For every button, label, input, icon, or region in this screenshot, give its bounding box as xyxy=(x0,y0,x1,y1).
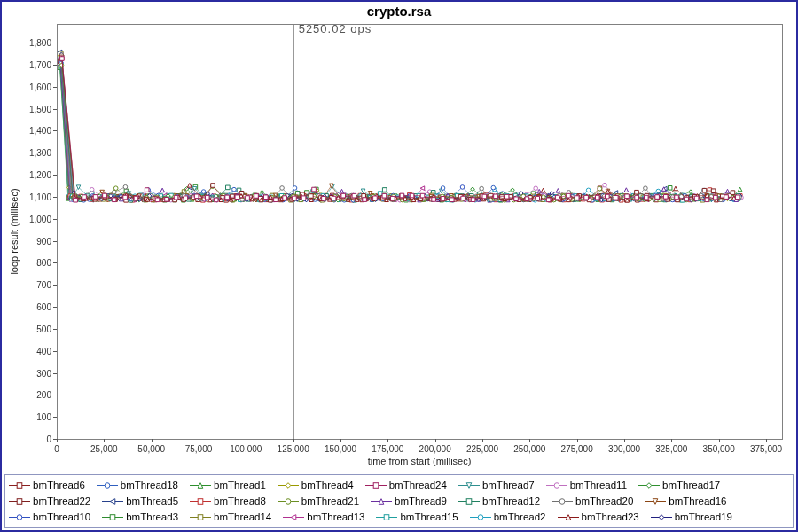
series-marker-icon xyxy=(9,481,30,490)
legend-item: bmThread5 xyxy=(102,494,178,509)
legend-item: bmThread1 xyxy=(190,478,266,493)
legend-item: bmThread14 xyxy=(190,510,271,525)
legend-label: bmThread17 xyxy=(662,478,720,493)
legend-item: bmThread23 xyxy=(558,510,639,525)
legend-label: bmThread21 xyxy=(301,494,359,509)
legend-label: bmThread20 xyxy=(575,494,633,509)
x-tick-label: 350,000 xyxy=(703,444,735,454)
legend-item: bmThread7 xyxy=(458,478,535,493)
x-tick-label: 375,000 xyxy=(750,444,782,454)
x-tick-label: 325,000 xyxy=(655,444,687,454)
series-marker-icon xyxy=(365,481,387,490)
series-marker-icon xyxy=(638,481,660,490)
series-marker-icon xyxy=(97,481,118,490)
x-tick-label: 0 xyxy=(54,444,59,454)
legend-label: bmThread5 xyxy=(126,494,178,509)
legend-item: bmThread21 xyxy=(278,494,359,509)
y-tick-label: 0 xyxy=(11,434,51,444)
y-tick-label: 400 xyxy=(11,346,51,356)
legend-item: bmThread24 xyxy=(365,478,447,493)
x-tick-label: 225,000 xyxy=(466,444,498,454)
y-tick-label: 1,500 xyxy=(11,104,51,113)
series-marker-icon xyxy=(470,512,491,522)
legend-label: bmThread7 xyxy=(482,478,535,493)
x-tick-label: 100,000 xyxy=(230,444,262,454)
x-tick-label: 275,000 xyxy=(561,444,593,454)
series-marker-icon xyxy=(190,497,211,506)
legend-label: bmThread13 xyxy=(307,510,364,525)
series-marker-icon xyxy=(102,497,123,506)
x-tick-label: 250,000 xyxy=(513,444,545,454)
series-marker-icon xyxy=(645,497,666,506)
series-marker-icon xyxy=(558,512,579,522)
series-marker-icon xyxy=(190,481,211,490)
x-tick-label: 200,000 xyxy=(419,444,451,454)
legend-label: bmThread6 xyxy=(33,478,85,493)
y-tick-label: 1,800 xyxy=(11,38,51,48)
y-tick-label: 200 xyxy=(11,390,51,400)
x-tick-label: 75,000 xyxy=(185,444,213,454)
series-marker-icon xyxy=(190,512,211,522)
legend-label: bmThread4 xyxy=(301,478,354,493)
series-marker-icon xyxy=(458,497,480,506)
series-marker-icon xyxy=(278,481,299,490)
legend-label: bmThread15 xyxy=(400,510,458,525)
legend-item: bmThread11 xyxy=(546,478,627,493)
legend-item: bmThread10 xyxy=(9,510,90,525)
legend-label: bmThread2 xyxy=(494,510,546,525)
legend-item: bmThread6 xyxy=(9,478,85,493)
legend-item: bmThread22 xyxy=(9,494,90,509)
legend-item: bmThread12 xyxy=(458,494,540,509)
series-marker-icon xyxy=(651,512,672,522)
legend-item: bmThread17 xyxy=(638,478,720,493)
x-axis-label: time from start (millisec) xyxy=(57,456,782,466)
legend-item: bmThread20 xyxy=(552,494,633,509)
series-marker-icon xyxy=(376,512,397,522)
legend-label: bmThread10 xyxy=(33,510,90,525)
legend-label: bmThread3 xyxy=(126,510,178,525)
x-tick-label: 25,000 xyxy=(90,444,118,454)
x-tick-label: 175,000 xyxy=(372,444,403,454)
legend-item: bmThread13 xyxy=(283,510,364,525)
y-tick-label: 300 xyxy=(11,368,51,378)
legend-item: bmThread8 xyxy=(190,494,266,509)
ops-annotation: 5250.02 ops xyxy=(299,22,372,35)
legend-item: bmThread3 xyxy=(102,510,178,525)
legend-label: bmThread12 xyxy=(482,494,540,509)
x-tick-label: 150,000 xyxy=(325,444,356,454)
series-marker-icon xyxy=(283,512,304,522)
legend-item: bmThread15 xyxy=(376,510,458,525)
legend-label: bmThread16 xyxy=(669,494,726,509)
legend-label: bmThread11 xyxy=(570,478,627,493)
series-marker-icon xyxy=(102,512,123,522)
legend-item: bmThread19 xyxy=(651,510,732,525)
legend-item: bmThread4 xyxy=(278,478,354,493)
legend-label: bmThread23 xyxy=(582,510,639,525)
series-marker-icon xyxy=(9,497,30,506)
legend-item: bmThread2 xyxy=(470,510,546,525)
series-marker-icon xyxy=(458,481,480,490)
x-tick-label: 300,000 xyxy=(608,444,640,454)
y-axis-label: loop result (millisec) xyxy=(9,134,20,329)
legend-label: bmThread1 xyxy=(214,478,266,493)
legend-label: bmThread9 xyxy=(395,494,447,509)
series-marker-icon xyxy=(546,481,567,490)
legend-label: bmThread18 xyxy=(121,478,178,493)
x-tick-label: 125,000 xyxy=(278,444,309,454)
series-marker-icon xyxy=(371,497,392,506)
y-tick-label: 1,600 xyxy=(11,82,51,91)
series-marker-icon xyxy=(552,497,573,506)
legend-item: bmThread18 xyxy=(97,478,178,493)
y-tick-label: 1,700 xyxy=(11,59,51,69)
legend-label: bmThread8 xyxy=(214,494,266,509)
series-marker-icon xyxy=(9,512,30,522)
x-tick-label: 50,000 xyxy=(137,444,165,454)
series-marker-icon xyxy=(278,497,299,506)
chart-frame: crypto.rsa 5250.02 ops 025,00050,00075,0… xyxy=(0,0,798,532)
legend-item: bmThread9 xyxy=(371,494,447,509)
legend-label: bmThread22 xyxy=(33,494,90,509)
legend-item: bmThread16 xyxy=(645,494,726,509)
legend-label: bmThread19 xyxy=(675,510,732,525)
y-tick-label: 100 xyxy=(11,412,51,422)
legend-label: bmThread24 xyxy=(389,478,447,493)
